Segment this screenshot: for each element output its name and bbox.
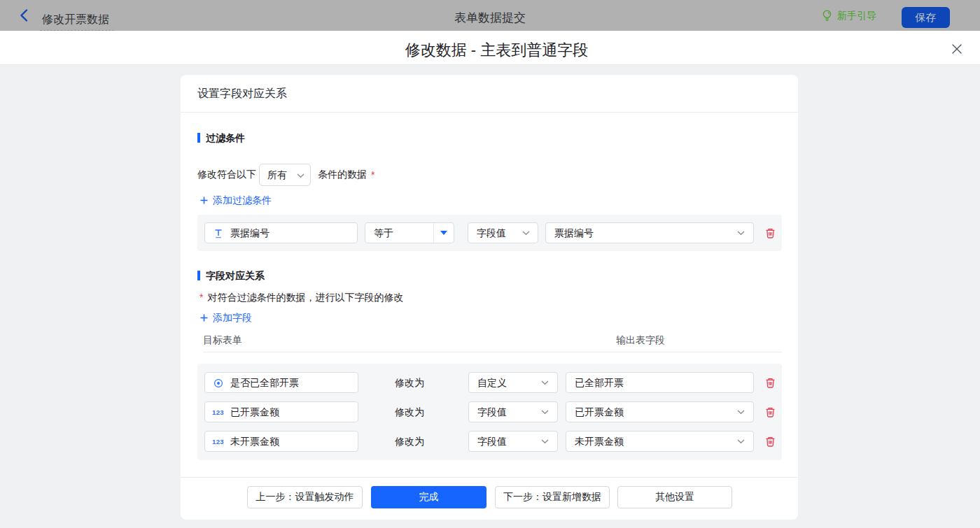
add-link-label: 添加过滤条件 xyxy=(213,194,272,206)
delete-mapping-icon[interactable] xyxy=(764,406,776,418)
mapping-value-type-select[interactable]: 自定义 xyxy=(468,372,558,393)
required-asterisk: * xyxy=(200,292,203,303)
add-link-label: 添加字段 xyxy=(213,312,252,323)
other-settings-button[interactable]: 其他设置 xyxy=(617,486,732,508)
mapping-value-input[interactable]: 已全部开票 xyxy=(566,372,754,393)
mapping-field-input[interactable]: 是否已全部开票 xyxy=(204,372,358,393)
select-value: 字段值 xyxy=(477,431,507,451)
add-field-link[interactable]: 添加字段 xyxy=(200,312,252,323)
number-icon: 123 xyxy=(212,438,224,445)
action-label: 修改为 xyxy=(395,431,424,452)
caret-down-icon xyxy=(440,231,447,235)
section-accent-bar xyxy=(197,271,200,280)
top-bar: 修改开票数据 表单数据提交 新手引导 保存 xyxy=(0,0,980,31)
select-value: 未开票金额 xyxy=(575,431,624,451)
match-prefix-label: 修改符合以下 xyxy=(197,169,256,181)
filter-value-type-select[interactable]: 字段值 xyxy=(468,222,538,243)
select-value: 自定义 xyxy=(477,373,507,392)
delete-filter-icon[interactable] xyxy=(764,227,776,239)
select-value: 已全部开票 xyxy=(575,373,624,392)
modal-title: 修改数据 - 主表到普通字段 xyxy=(0,31,980,69)
finish-button[interactable]: 完成 xyxy=(371,486,486,508)
mapping-value-type-select[interactable]: 字段值 xyxy=(468,401,558,422)
modal-dialog: 修改数据 - 主表到普通字段 设置字段对应关系 过滤条件 修改符合以下 所有 条… xyxy=(0,31,980,528)
select-value: 字段值 xyxy=(477,223,506,243)
match-mode-select[interactable]: 所有 xyxy=(259,164,311,186)
chevron-down-icon xyxy=(737,439,745,444)
number-icon: 123 xyxy=(212,409,224,416)
card-header: 设置字段对应关系 xyxy=(181,75,798,113)
next-step-button[interactable]: 下一步：设置新增数据 xyxy=(495,486,610,508)
chevron-down-icon xyxy=(737,410,745,415)
radio-icon xyxy=(214,378,223,388)
filter-field-input[interactable]: 票据编号 xyxy=(204,222,358,243)
chevron-down-icon xyxy=(737,231,745,236)
prev-step-button[interactable]: 上一步：设置触发动作 xyxy=(247,486,363,508)
add-filter-condition-link[interactable]: 添加过滤条件 xyxy=(200,194,272,206)
field-label: 已开票金额 xyxy=(230,402,279,422)
close-icon[interactable] xyxy=(952,44,962,54)
table-header-divider xyxy=(203,352,782,352)
mapping-note: * 对符合过滤条件的数据，进行以下字段的修改 xyxy=(200,292,403,302)
mapping-value-select[interactable]: 未开票金额 xyxy=(566,431,754,452)
mapping-value-type-select[interactable]: 字段值 xyxy=(468,431,558,452)
mapping-field-input[interactable]: 123 未开票金额 xyxy=(204,431,358,452)
select-value: 已开票金额 xyxy=(575,402,624,422)
note-text: 对符合过滤条件的数据，进行以下字段的修改 xyxy=(207,292,403,303)
required-asterisk: * xyxy=(371,169,374,180)
chevron-down-icon xyxy=(541,410,549,415)
section-accent-bar xyxy=(197,133,200,143)
delete-mapping-icon[interactable] xyxy=(764,377,776,389)
column-header-output-field: 输出表字段 xyxy=(616,335,665,345)
chevron-down-icon xyxy=(541,439,549,444)
column-header-target-form: 目标表单 xyxy=(203,335,242,345)
beginner-guide-label: 新手引导 xyxy=(837,9,876,22)
mapping-value-select[interactable]: 已开票金额 xyxy=(566,401,754,422)
modal-header: 修改数据 - 主表到普通字段 xyxy=(0,31,980,65)
action-label: 修改为 xyxy=(395,372,424,393)
operator-caret-zone[interactable] xyxy=(433,223,454,243)
mapping-field-input[interactable]: 123 已开票金额 xyxy=(204,401,358,422)
select-value: 票据编号 xyxy=(554,223,594,243)
chevron-down-icon xyxy=(522,231,530,236)
field-label: 未开票金额 xyxy=(230,431,279,451)
beginner-guide-link[interactable]: 新手引导 xyxy=(821,9,876,22)
match-suffix-label: 条件的数据 xyxy=(318,169,367,181)
section-label: 字段对应关系 xyxy=(206,271,265,280)
filter-operator-select[interactable]: 等于 xyxy=(365,222,454,243)
save-button[interactable]: 保存 xyxy=(902,7,950,28)
filter-section-title: 过滤条件 xyxy=(197,133,245,143)
select-value: 所有 xyxy=(267,164,287,185)
filter-value-select[interactable]: 票据编号 xyxy=(545,222,754,243)
chevron-down-icon xyxy=(541,380,549,385)
field-label: 是否已全部开票 xyxy=(230,373,299,392)
action-label: 修改为 xyxy=(395,401,424,422)
delete-mapping-icon[interactable] xyxy=(764,436,776,448)
filter-match-line: 修改符合以下 所有 条件的数据 * xyxy=(197,164,374,186)
field-label: 票据编号 xyxy=(230,223,270,243)
select-value: 字段值 xyxy=(477,402,507,422)
plus-icon xyxy=(200,197,208,204)
field-mapping-card: 设置字段对应关系 过滤条件 修改符合以下 所有 条件的数据 * 添加过滤条件 xyxy=(181,75,798,520)
chevron-down-icon xyxy=(297,173,304,178)
lightbulb-icon xyxy=(821,9,833,22)
text-field-icon xyxy=(214,229,223,238)
select-value: 等于 xyxy=(374,223,393,243)
section-label: 过滤条件 xyxy=(206,133,245,143)
mapping-section-title: 字段对应关系 xyxy=(197,271,265,280)
footer-divider xyxy=(181,477,798,478)
plus-icon xyxy=(200,314,208,322)
